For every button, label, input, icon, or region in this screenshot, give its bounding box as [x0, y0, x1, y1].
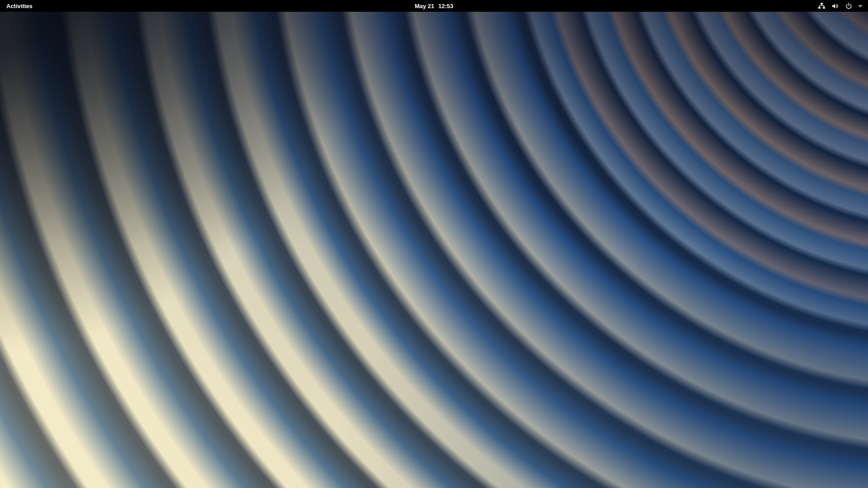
- top-bar: Activities May 21 12:53: [0, 0, 868, 12]
- network-wired-icon: [818, 2, 826, 10]
- clock-date: May 21: [415, 3, 434, 9]
- clock-button[interactable]: May 21 12:53: [412, 0, 456, 12]
- activities-button[interactable]: Activities: [0, 0, 39, 12]
- clock-time: 12:53: [439, 3, 453, 9]
- power-icon: [845, 2, 853, 10]
- desktop-wallpaper: [0, 12, 868, 488]
- volume-high-icon: [831, 2, 839, 10]
- system-menu-button[interactable]: [812, 0, 868, 12]
- dropdown-arrow-icon: [858, 5, 863, 8]
- gnome-desktop: Activities May 21 12:53: [0, 0, 868, 488]
